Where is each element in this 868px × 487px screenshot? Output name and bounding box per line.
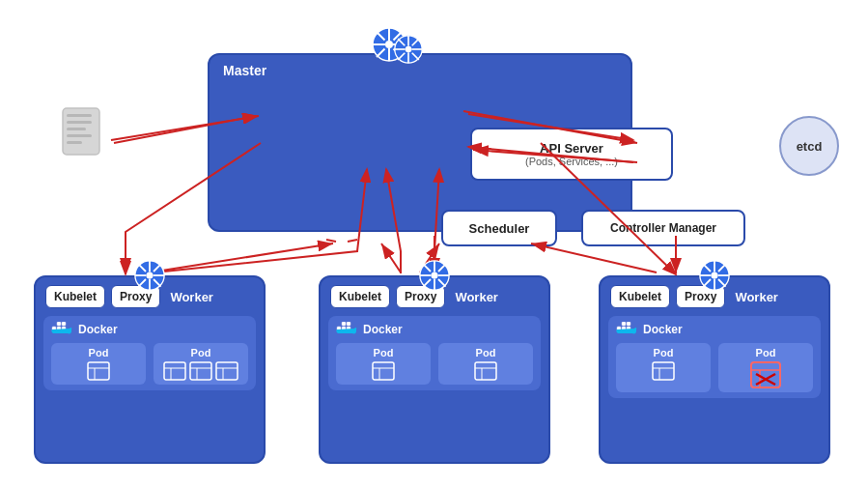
- worker2-docker-label: Docker: [336, 322, 533, 337]
- worker1-docker-label: Docker: [51, 322, 248, 337]
- worker3-label: Worker: [735, 290, 778, 304]
- worker2-pods-row: Pod Pod: [336, 343, 533, 385]
- svg-rect-47: [190, 362, 211, 380]
- svg-rect-89: [653, 362, 674, 380]
- svg-line-110: [326, 240, 336, 242]
- document-icon: [58, 106, 111, 180]
- svg-line-103: [150, 244, 333, 272]
- svg-point-54: [431, 272, 437, 278]
- worker1-kubelet: Kubelet: [45, 285, 105, 308]
- worker-node-2: Kubelet Proxy Worker Docker Pod Pod: [319, 275, 550, 464]
- svg-rect-5: [67, 141, 82, 144]
- master-label: Master: [223, 63, 266, 78]
- scheduler-box: Scheduler: [441, 210, 557, 246]
- k8s-logo-master2: [394, 35, 423, 68]
- worker2-docker-area: Docker Pod Pod: [328, 316, 541, 390]
- worker2-label: Worker: [455, 290, 498, 304]
- worker-node-3: Kubelet Proxy Worker Docker Pod Pod: [599, 275, 830, 464]
- k8s-logo-w1: [134, 260, 165, 295]
- svg-point-17: [406, 46, 412, 53]
- svg-rect-1: [67, 114, 92, 117]
- svg-rect-67: [347, 322, 350, 326]
- worker1-pod2: Pod: [154, 343, 248, 385]
- controller-manager-box: Controller Manager: [581, 210, 745, 246]
- svg-rect-71: [475, 362, 496, 380]
- svg-line-108: [531, 244, 657, 272]
- svg-rect-41: [88, 362, 109, 380]
- api-server-box: API Server (Pods, Services, ...): [470, 128, 673, 181]
- worker2-pod2: Pod: [438, 343, 533, 385]
- svg-rect-2: [67, 121, 92, 124]
- svg-line-111: [348, 240, 357, 242]
- svg-point-75: [711, 272, 717, 278]
- worker3-pods-row: Pod Pod: [616, 343, 813, 392]
- master-node: Master API Server (Pods, Services, ...) …: [208, 53, 632, 232]
- worker3-pod1: Pod: [616, 343, 711, 392]
- worker3-pod2: Pod: [718, 343, 813, 392]
- worker2-kubelet: Kubelet: [330, 285, 390, 308]
- worker3-docker-label: Docker: [616, 322, 813, 337]
- svg-point-7: [385, 41, 393, 48]
- svg-rect-44: [164, 362, 185, 380]
- svg-rect-68: [373, 362, 394, 380]
- k8s-logo-w2: [419, 260, 450, 295]
- api-server-title: API Server: [540, 141, 603, 156]
- worker2-pod1: Pod: [336, 343, 431, 385]
- svg-rect-50: [216, 362, 238, 380]
- worker-node-1: Kubelet Proxy Worker Docker Pod Pod: [34, 275, 266, 464]
- svg-rect-87: [622, 322, 626, 326]
- api-server-subtitle: (Pods, Services, ...): [525, 156, 618, 167]
- diagram-container: Master API Server (Pods, Services, ...) …: [0, 0, 868, 487]
- k8s-logo-w3: [699, 260, 730, 295]
- worker3-kubelet: Kubelet: [610, 285, 670, 308]
- worker3-docker-area: Docker Pod Pod: [608, 316, 821, 398]
- svg-rect-4: [67, 134, 92, 137]
- worker1-label: Worker: [170, 290, 213, 304]
- svg-rect-88: [627, 322, 630, 326]
- worker1-pods-row: Pod Pod: [51, 343, 248, 385]
- svg-rect-40: [62, 322, 66, 326]
- etcd-box: etcd: [779, 116, 839, 176]
- svg-point-27: [146, 272, 153, 278]
- svg-line-105: [381, 244, 401, 272]
- svg-rect-39: [57, 322, 61, 326]
- worker1-docker-area: Docker Pod Pod: [43, 316, 256, 390]
- svg-rect-3: [67, 128, 86, 130]
- worker1-pod1: Pod: [51, 343, 146, 385]
- svg-rect-66: [342, 322, 346, 326]
